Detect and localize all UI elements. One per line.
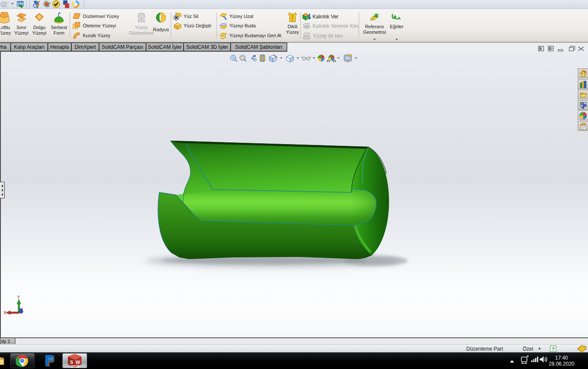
svg-text:Y: Y: [17, 295, 20, 300]
svg-text:xyz: xyz: [6, 1, 9, 3]
svg-text:2015: 2015: [71, 364, 79, 368]
svg-text:xx: xx: [5, 5, 8, 8]
